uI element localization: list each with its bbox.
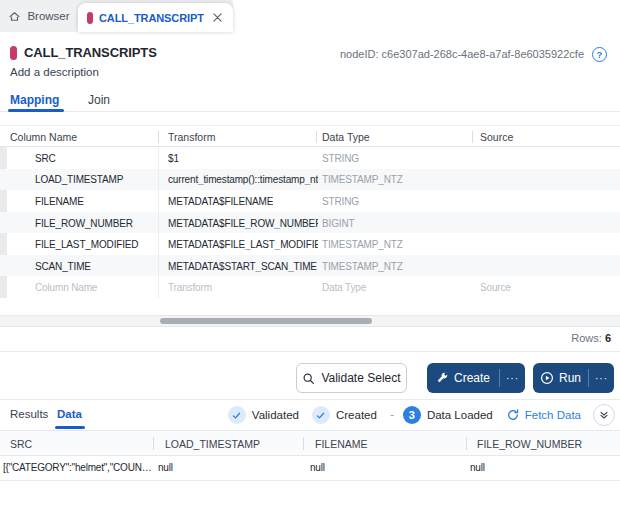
run-button-group: Run ··· bbox=[533, 363, 614, 393]
validate-select-label: Validate Select bbox=[321, 371, 400, 385]
validated-label: Validated bbox=[252, 409, 299, 421]
cell-column-name[interactable]: LOAD_TIMESTAMP bbox=[35, 174, 123, 185]
node-type-icon-large bbox=[10, 46, 17, 60]
status-bar: Validated Created - 3 Data Loaded Fetch … bbox=[228, 401, 615, 429]
description-field[interactable]: Add a description bbox=[10, 66, 99, 78]
cell-filename: null bbox=[310, 462, 325, 473]
tab-mapping[interactable]: Mapping bbox=[10, 93, 59, 107]
tab-results[interactable]: Results bbox=[10, 408, 48, 420]
table-row[interactable]: FILE_LAST_MODIFIED METADATA$FILE_LAST_MO… bbox=[0, 233, 620, 255]
col-header-filename: FILENAME bbox=[315, 438, 368, 450]
tab-active-label: CALL_TRANSCRIPTS bbox=[99, 12, 204, 24]
horizontal-scrollbar-thumb[interactable] bbox=[160, 318, 372, 324]
cell-data-type[interactable]: STRING bbox=[322, 195, 359, 206]
collapse-panel-button[interactable] bbox=[593, 404, 615, 426]
refresh-icon[interactable] bbox=[506, 408, 520, 422]
cell-column-name[interactable]: FILE_LAST_MODIFIED bbox=[35, 239, 138, 250]
cell-data-type[interactable]: TIMESTAMP_NTZ bbox=[322, 239, 403, 250]
table-row[interactable]: SRC $1 STRING bbox=[0, 147, 620, 169]
data-loaded-count-badge: 3 bbox=[403, 406, 421, 424]
run-label: Run bbox=[559, 371, 581, 385]
run-more-button[interactable]: ··· bbox=[589, 363, 614, 393]
divider bbox=[0, 399, 620, 400]
divider bbox=[153, 437, 154, 450]
tab-browser-label: Browser bbox=[27, 10, 69, 22]
divider bbox=[0, 111, 620, 112]
rows-count-value: 6 bbox=[605, 332, 611, 344]
table-row: [{"CATEGORY":"helmet","COUNTRY... null n… bbox=[0, 456, 620, 481]
new-column-row[interactable]: Column Name Transform Data Type Source bbox=[0, 276, 620, 298]
page-title: CALL_TRANSCRIPTS bbox=[24, 45, 157, 60]
help-icon[interactable]: ? bbox=[592, 47, 607, 62]
rows-count-label: Rows: bbox=[571, 332, 602, 344]
tab-call-transcripts[interactable]: CALL_TRANSCRIPTS bbox=[78, 3, 233, 32]
cell-column-name[interactable]: FILE_ROW_NUMBER bbox=[35, 217, 133, 228]
cell-transform[interactable]: METADATA$FILENAME bbox=[168, 195, 273, 206]
col-header-source: Source bbox=[480, 131, 513, 143]
create-button-group: Create ··· bbox=[427, 363, 525, 393]
divider bbox=[466, 437, 467, 450]
cell-column-name[interactable]: SRC bbox=[35, 152, 56, 163]
table-row[interactable]: LOAD_TIMESTAMP current_timestamp()::time… bbox=[0, 169, 620, 191]
mapping-table-header: Column Name Transform Data Type Source bbox=[0, 125, 620, 147]
cell-transform[interactable]: $1 bbox=[168, 152, 179, 163]
create-more-button[interactable]: ··· bbox=[500, 363, 525, 393]
cell-transform[interactable]: current_timestamp()::timestamp_ntz bbox=[168, 174, 318, 185]
close-tab-icon[interactable] bbox=[210, 11, 224, 25]
table-row[interactable]: SCAN_TIME METADATA$START_SCAN_TIME TIMES… bbox=[0, 255, 620, 277]
step-separator: - bbox=[390, 408, 394, 422]
data-table-header: SRC LOAD_TIMESTAMP FILENAME FILE_ROW_NUM… bbox=[0, 431, 620, 456]
run-button[interactable]: Run bbox=[533, 363, 588, 393]
col-header-file-row-number: FILE_ROW_NUMBER bbox=[477, 438, 582, 450]
cell-transform[interactable]: METADATA$START_SCAN_TIME bbox=[168, 260, 317, 271]
col-header-transform: Transform bbox=[168, 131, 215, 143]
rows-count: Rows: 6 bbox=[571, 332, 611, 344]
cell-transform[interactable]: METADATA$FILE_ROW_NUMBER bbox=[168, 217, 318, 228]
create-label: Create bbox=[454, 371, 490, 385]
play-circle-icon bbox=[540, 371, 554, 385]
magnifier-icon bbox=[302, 372, 315, 385]
active-tab-underline bbox=[55, 426, 85, 429]
tab-join[interactable]: Join bbox=[88, 93, 110, 107]
active-tab-underline bbox=[8, 109, 64, 112]
tab-browser[interactable]: Browser bbox=[0, 0, 78, 32]
new-column-name-placeholder[interactable]: Column Name bbox=[35, 282, 97, 293]
data-loaded-label: Data Loaded bbox=[427, 409, 493, 421]
cell-file-row-number: null bbox=[470, 462, 485, 473]
cell-data-type[interactable]: TIMESTAMP_NTZ bbox=[322, 260, 403, 271]
cell-transform[interactable]: METADATA$FILE_LAST_MODIFIED bbox=[168, 239, 318, 250]
validated-check-icon bbox=[228, 406, 246, 424]
cell-load-timestamp: null bbox=[158, 462, 173, 473]
table-row[interactable]: FILENAME METADATA$FILENAME STRING bbox=[0, 190, 620, 212]
divider bbox=[316, 131, 317, 143]
col-header-data-type: Data Type bbox=[322, 131, 370, 143]
divider bbox=[158, 147, 159, 298]
divider bbox=[0, 351, 620, 352]
wrench-icon bbox=[436, 372, 449, 385]
cell-data-type[interactable]: STRING bbox=[322, 152, 359, 163]
cell-column-name[interactable]: FILENAME bbox=[35, 195, 84, 206]
cell-column-name[interactable]: SCAN_TIME bbox=[35, 260, 91, 271]
tab-data[interactable]: Data bbox=[57, 408, 82, 420]
new-source-placeholder[interactable]: Source bbox=[480, 282, 511, 293]
create-button[interactable]: Create bbox=[427, 363, 499, 393]
validate-select-button[interactable]: Validate Select bbox=[296, 363, 407, 393]
col-header-src: SRC bbox=[10, 438, 32, 450]
fetch-data-button[interactable]: Fetch Data bbox=[525, 409, 581, 421]
mapping-table-body: SRC $1 STRING LOAD_TIMESTAMP current_tim… bbox=[0, 147, 620, 298]
node-type-icon bbox=[87, 12, 93, 24]
table-row[interactable]: FILE_ROW_NUMBER METADATA$FILE_ROW_NUMBER… bbox=[0, 212, 620, 234]
new-data-type-placeholder[interactable]: Data Type bbox=[322, 282, 366, 293]
cell-data-type[interactable]: TIMESTAMP_NTZ bbox=[322, 174, 403, 185]
home-icon bbox=[8, 10, 21, 23]
divider bbox=[158, 131, 159, 143]
new-transform-placeholder[interactable]: Transform bbox=[168, 282, 212, 293]
cell-src: [{"CATEGORY":"helmet","COUNTRY... bbox=[3, 462, 155, 473]
cell-data-type[interactable]: BIGINT bbox=[322, 217, 354, 228]
col-header-load-timestamp: LOAD_TIMESTAMP bbox=[165, 438, 260, 450]
created-label: Created bbox=[336, 409, 377, 421]
created-check-icon bbox=[312, 406, 330, 424]
divider bbox=[472, 131, 473, 143]
col-header-column-name: Column Name bbox=[10, 131, 77, 143]
node-id: nodeID: c6e307ad-268c-4ae8-a7af-8e603592… bbox=[340, 48, 584, 60]
